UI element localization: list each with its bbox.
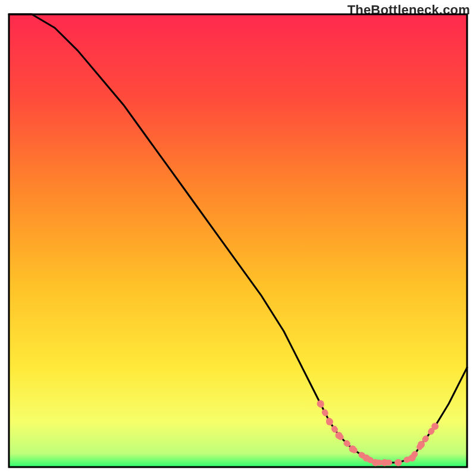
highlight-dot <box>395 459 402 466</box>
highlight-dot <box>335 432 342 439</box>
highlight-dot <box>381 459 388 466</box>
bottleneck-chart <box>0 0 476 476</box>
highlight-dot <box>418 441 425 448</box>
highlight-dot <box>431 423 439 430</box>
highlight-dot <box>409 455 416 462</box>
highlight-dot <box>372 459 379 466</box>
chart-container: TheBottleneck.com <box>0 0 476 476</box>
plot-background <box>9 14 467 467</box>
highlight-dot <box>349 446 356 453</box>
highlight-dot <box>326 418 333 425</box>
highlight-dot <box>363 455 370 462</box>
highlight-dot <box>317 400 324 408</box>
